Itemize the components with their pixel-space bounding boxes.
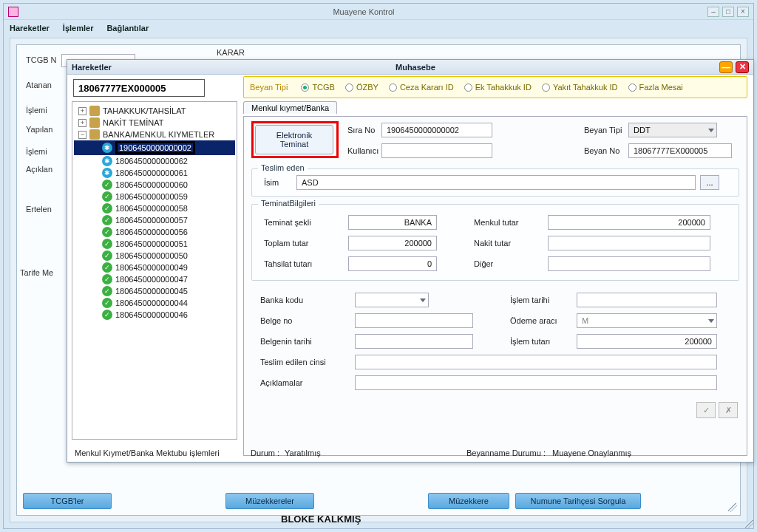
label-odeme-araci: Ödeme aracı [510, 316, 557, 325]
tab-strip: Menkul kıymet/Banka [243, 101, 747, 116]
tree-child[interactable]: ✓1806450000000045 [74, 285, 235, 297]
label-sira-no: Sıra No [347, 126, 375, 134]
combo-beyan-tipi[interactable]: DDT [628, 123, 717, 137]
menu-islemler[interactable]: İşlemler [63, 24, 94, 33]
combo-odeme-araci[interactable]: M [577, 313, 717, 328]
btn-muzekkere[interactable]: Müzekkere [428, 493, 509, 509]
menu-baglantilar[interactable]: Bağlantılar [106, 24, 149, 33]
tree-view[interactable]: +TAHAKKUK/TAHSİLAT+NAKİT TEMİNAT−BANKA/M… [72, 101, 237, 440]
input-beyan-no[interactable] [628, 143, 732, 158]
input-teslim-cinsi[interactable] [355, 355, 717, 369]
minimize-button[interactable]: – [707, 7, 719, 17]
input-teminat-sekli[interactable] [348, 215, 437, 230]
folder-icon [89, 106, 100, 116]
btn-cancel[interactable]: ✗ [719, 402, 738, 418]
btn-numune[interactable]: Numune Tarihçesi Sorgula [515, 493, 641, 509]
input-tahsilat[interactable] [348, 256, 437, 271]
tree-child[interactable]: ✓1806450000000058 [74, 202, 235, 214]
expand-icon[interactable]: − [78, 131, 86, 139]
check-icon: ✓ [102, 239, 112, 249]
input-belge-no[interactable] [355, 313, 473, 328]
label-beyan-no: Beyan No [584, 146, 619, 155]
tree-label: 1806450000000062 [115, 157, 188, 166]
tree-child[interactable]: ✱1806450000000062 [74, 155, 235, 167]
tab-menkul-banka[interactable]: Menkul kıymet/Banka [243, 101, 337, 114]
tree-child[interactable]: ✓1806450000000047 [74, 273, 235, 285]
input-sira-no[interactable] [381, 123, 492, 137]
tab-page: Elektronik Teminat Sıra No Kullanıcı Bey… [243, 116, 747, 456]
tree-child[interactable]: ✓1806450000000056 [74, 226, 235, 238]
radio-ceza[interactable]: Ceza Kararı ID [389, 83, 454, 92]
label-ertelen: Ertelen [26, 205, 52, 214]
input-toplam-tutar[interactable] [348, 236, 437, 250]
btn-muzekkereler[interactable]: Müzekkereler [225, 493, 314, 509]
radio-fazla[interactable]: Fazla Mesai [628, 83, 683, 92]
tree-root[interactable]: +NAKİT TEMİNAT [74, 117, 235, 129]
footer-durum-label: Durum : [251, 449, 279, 457]
tree-child[interactable]: ✓1806450000000044 [74, 297, 235, 309]
check-icon: ✓ [102, 262, 112, 273]
footer-left-text: Menkul Kıymet/Banka Mektubu işlemleri [75, 449, 220, 457]
label-isim: İsim [264, 178, 279, 187]
input-belgenin-tarihi[interactable] [355, 334, 473, 349]
tree-label: 1806450000000057 [115, 216, 188, 225]
tree-child[interactable]: ✓1806450000000059 [74, 191, 235, 202]
btn-confirm[interactable]: ✓ [696, 402, 716, 418]
tree-child[interactable]: ✓1806450000000057 [74, 214, 235, 226]
input-nakit[interactable] [548, 236, 710, 250]
tree-child[interactable]: ✱1906450000000002 [74, 140, 235, 155]
tree-child[interactable]: ✓1806450000000051 [74, 238, 235, 250]
group-teminat: TeminatBilgileri Teminat şekli Toplam tu… [251, 204, 739, 281]
dialog-close-button[interactable]: ✕ [736, 61, 749, 73]
tree-child[interactable]: ✓1806450000000049 [74, 262, 235, 273]
dialog-titlebar[interactable]: Hareketler Muhasebe — ✕ [67, 60, 753, 75]
tree-label: TAHAKKUK/TAHSİLAT [103, 106, 186, 115]
input-isim[interactable] [296, 175, 696, 190]
btn-elektronik-teminat[interactable]: Elektronik Teminat [255, 125, 333, 154]
maximize-button[interactable]: □ [722, 7, 734, 17]
input-menkul[interactable] [548, 215, 710, 230]
input-islem-tarihi[interactable] [577, 293, 717, 307]
tree-child[interactable]: ✓1806450000000060 [74, 179, 235, 191]
close-button[interactable]: × [737, 7, 749, 17]
label-banka-kodu: Banka kodu [260, 296, 303, 304]
search-input[interactable] [73, 79, 205, 97]
check-icon: ✓ [102, 274, 112, 284]
label-tarife: Tarife Me [20, 268, 53, 277]
input-islem-tutari[interactable] [577, 334, 717, 349]
star-icon: ✱ [102, 168, 112, 178]
check-icon: ✓ [102, 180, 112, 190]
tree-child[interactable]: ✱1806450000000061 [74, 167, 235, 179]
outer-title: Muayene Kontrol [23, 7, 705, 16]
input-kullanici[interactable] [381, 143, 492, 158]
label-kullanici: Kullanıcı [347, 146, 378, 155]
btn-tcgbler[interactable]: TCGB'ler [23, 493, 112, 509]
input-diger[interactable] [548, 256, 710, 271]
dialog-body: +TAHAKKUK/TAHSİLAT+NAKİT TEMİNAT−BANKA/M… [67, 75, 753, 462]
btn-isim-browse[interactable]: ... [700, 175, 719, 190]
tree-root[interactable]: +TAHAKKUK/TAHSİLAT [74, 105, 235, 117]
input-aciklamalar[interactable] [355, 375, 717, 390]
tree-child[interactable]: ✓1806450000000046 [74, 309, 235, 321]
tree-label: 1806450000000051 [115, 239, 188, 248]
group-title-teslim-eden: Teslim eden [258, 163, 308, 172]
radio-ozby[interactable]: ÖZBY [345, 83, 378, 92]
label-islemi: İşlemi [26, 106, 47, 115]
tree-root[interactable]: −BANKA/MENKUL KIYMETLER [74, 129, 235, 140]
combo-banka-kodu[interactable] [355, 293, 429, 307]
radio-yakit[interactable]: Yakıt Tahakkuk ID [542, 83, 618, 92]
check-icon: ✓ [102, 191, 112, 202]
dialog-minimize-button[interactable]: — [719, 61, 733, 73]
outer-resize-grip-icon[interactable] [745, 520, 754, 529]
tree-label: 1806450000000061 [115, 168, 188, 177]
expand-icon[interactable]: + [78, 119, 86, 127]
check-icon: ✓ [102, 215, 112, 225]
radio-tcgb[interactable]: TCGB [301, 83, 335, 92]
radio-ek[interactable]: Ek Tahakkuk ID [464, 83, 532, 92]
menu-hareketler[interactable]: Hareketler [10, 24, 50, 33]
tree-child[interactable]: ✓1806450000000050 [74, 250, 235, 262]
tree-label: BANKA/MENKUL KIYMETLER [103, 130, 214, 139]
expand-icon[interactable]: + [78, 107, 86, 115]
resize-grip-icon[interactable] [728, 503, 737, 512]
tree-label: 1806450000000044 [115, 299, 188, 307]
